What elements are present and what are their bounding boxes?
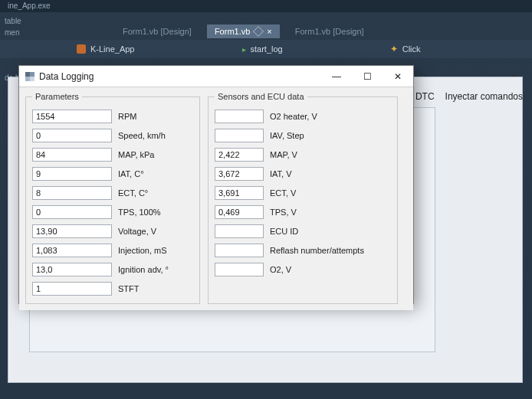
nav-event-label: Click: [402, 44, 421, 54]
sensors-legend: Sensors and ECU data: [215, 92, 307, 101]
nav-event[interactable]: ✦ Click: [390, 44, 421, 54]
iat-c-input[interactable]: [32, 167, 112, 181]
tab-inactive[interactable]: Form1.vb [Design]: [295, 27, 364, 36]
sensor-row-ect-v: ECT, V: [215, 185, 391, 201]
param-row-tps: TPS, 100%: [32, 204, 193, 221]
nav-project[interactable]: K-Line_App: [77, 44, 135, 54]
param-row-injection: Injection, mS: [32, 242, 193, 259]
param-row-voltage: Voltage, V: [32, 223, 193, 240]
method-icon: ▸: [242, 45, 246, 54]
o2-v-input[interactable]: [215, 263, 264, 276]
ect-v-input[interactable]: [215, 186, 264, 200]
nav-method[interactable]: ▸ start_log: [242, 44, 283, 54]
iat-c-label: IAT, C°: [118, 169, 144, 178]
param-row-iat: IAT, C°: [32, 165, 193, 182]
map-kpa-label: MAP, kPa: [118, 150, 155, 159]
minimize-button[interactable]: —: [321, 66, 352, 87]
tps-v-input[interactable]: [215, 205, 264, 219]
speed-label: Speed, km/h: [118, 131, 166, 140]
map-v-label: MAP, V: [270, 150, 297, 159]
taskbar-text: ine_App.exe: [0, 0, 532, 12]
close-button[interactable]: ✕: [383, 66, 413, 87]
param-row-ignition: Ignition adv, °: [32, 261, 193, 278]
ecu-id-input[interactable]: [215, 224, 264, 238]
tab-label: Form1.vb: [215, 27, 250, 36]
cursor-icon: ✦: [390, 44, 398, 54]
tps-v-label: TPS, V: [270, 208, 297, 217]
rpm-label: RPM: [118, 112, 136, 121]
tps-pct-label: TPS, 100%: [118, 208, 161, 217]
map-kpa-input[interactable]: [32, 148, 112, 162]
nav-project-label: K-Line_App: [90, 44, 135, 54]
iat-v-label: IAT, V: [270, 169, 292, 178]
sensors-group: Sensors and ECU data O2 heater, V IAV, S…: [208, 92, 398, 304]
ect-v-label: ECT, V: [270, 188, 296, 198]
ide-background: ine_App.exe table men cu es. de herran 🔎…: [0, 0, 532, 399]
sensor-row-iav: IAV, Step: [215, 127, 391, 144]
app-icon: [25, 72, 34, 81]
editor-nav-bar: K-Line_App ▸ start_log ✦ Click: [0, 40, 532, 58]
param-row-rpm: RPM: [32, 108, 193, 125]
param-row-speed: Speed, km/h: [32, 127, 193, 144]
stft-label: STFT: [118, 284, 140, 293]
reflash-label: Reflash number/attempts: [270, 246, 364, 255]
ignition-label: Ignition adv, °: [118, 265, 169, 274]
o2-v-label: O2, V: [270, 265, 291, 274]
o2-heater-label: O2 heater, V: [270, 112, 317, 121]
iav-label: IAV, Step: [270, 131, 304, 140]
reflash-input[interactable]: [215, 244, 264, 257]
data-logging-dialog: Data Logging — ☐ ✕ Parameters RPM Speed,…: [18, 65, 414, 304]
vb-icon: [77, 44, 86, 54]
parameters-legend: Parameters: [32, 92, 82, 101]
sensor-row-ecuid: ECU ID: [215, 223, 391, 240]
parameters-group: Parameters RPM Speed, km/h MAP, kPa IAT,…: [25, 92, 200, 304]
param-row-stft: STFT: [32, 280, 193, 297]
close-icon[interactable]: ×: [267, 27, 271, 36]
sensor-row-map-v: MAP, V: [215, 146, 391, 163]
injection-label: Injection, mS: [118, 246, 167, 255]
inyectar-comandos-button[interactable]: Inyectar comandos: [445, 91, 523, 102]
ect-c-input[interactable]: [32, 186, 112, 200]
sensor-row-iat-v: IAT, V: [215, 165, 391, 182]
iat-v-input[interactable]: [215, 167, 264, 181]
sensor-row-reflash: Reflash number/attempts: [215, 242, 391, 259]
sensor-row-o2v: O2, V: [215, 261, 391, 278]
pin-icon[interactable]: [253, 26, 264, 37]
iav-input[interactable]: [215, 129, 264, 142]
tab-inactive[interactable]: Form1.vb [Design]: [123, 27, 192, 36]
tab-active[interactable]: Form1.vb ×: [207, 25, 280, 38]
sensor-row-o2heater: O2 heater, V: [215, 108, 391, 125]
param-row-ect: ECT, C°: [32, 185, 193, 201]
ignition-input[interactable]: [32, 263, 112, 276]
dialog-titlebar[interactable]: Data Logging — ☐ ✕: [19, 66, 413, 87]
o2-heater-input[interactable]: [215, 110, 264, 123]
dialog-title: Data Logging: [39, 71, 94, 82]
rpm-input[interactable]: [32, 110, 112, 123]
ecu-id-label: ECU ID: [270, 227, 298, 236]
nav-method-label: start_log: [251, 44, 283, 54]
speed-input[interactable]: [32, 129, 112, 142]
maximize-button[interactable]: ☐: [352, 66, 383, 87]
editor-tabs: Form1.vb [Design] Form1.vb × Form1.vb [D…: [0, 23, 532, 40]
dialog-body: Parameters RPM Speed, km/h MAP, kPa IAT,…: [19, 87, 413, 310]
map-v-input[interactable]: [215, 148, 264, 162]
param-row-map: MAP, kPa: [32, 146, 193, 163]
injection-input[interactable]: [32, 244, 112, 257]
sensor-row-tps-v: TPS, V: [215, 204, 391, 221]
tps-pct-input[interactable]: [32, 205, 112, 219]
stft-input[interactable]: [32, 282, 112, 296]
voltage-input[interactable]: [32, 224, 112, 238]
ect-c-label: ECT, C°: [118, 188, 148, 198]
voltage-label: Voltage, V: [118, 227, 156, 236]
